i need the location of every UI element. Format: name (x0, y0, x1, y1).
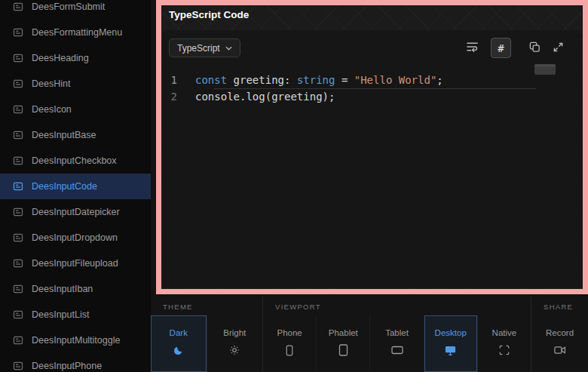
native-icon (499, 344, 510, 356)
component-icon (13, 130, 23, 140)
component-icon (13, 2, 23, 12)
code-editor-panel: TypeScript # 1 const greeting: string = … (162, 30, 582, 288)
sidebar-item-label: DeesInputPhone (32, 361, 102, 371)
sidebar-item[interactable]: DeesInputMultitoggle (0, 327, 151, 353)
code-token: ; (436, 74, 443, 86)
tablet-icon (391, 344, 403, 356)
sidebar-item-label: DeesInputMultitoggle (32, 335, 120, 346)
theme-dark-button[interactable]: Dark (151, 315, 207, 372)
sidebar-item[interactable]: DeesInputIban (0, 276, 151, 302)
toolbar-button-label: Record (546, 328, 574, 337)
sidebar-item[interactable]: DeesInputCheckbox (0, 148, 151, 174)
toolbar-button-label: Tablet (385, 328, 409, 337)
phablet-icon (338, 344, 348, 356)
sidebar-item[interactable]: DeesInputFileupload (0, 251, 151, 276)
preview-title: TypeScript Code (169, 9, 249, 20)
code-text: const greeting: string = "Hello World"; (195, 72, 443, 88)
record-icon (554, 344, 566, 356)
sidebar-item[interactable]: DeesInputDropdown (0, 225, 151, 251)
code-editor[interactable]: 1 const greeting: string = "Hello World"… (162, 72, 582, 105)
sidebar-item-label: DeesInputBase (32, 130, 96, 140)
toolbar-section-share: SHARE Record (531, 297, 588, 372)
sidebar-item[interactable]: DeesInputList (0, 302, 151, 327)
code-header-actions: # (466, 38, 564, 58)
bottom-toolbar: THEME Dark Bright VIEWPORT Phone (151, 297, 588, 372)
toolbar-button-label: Native (492, 328, 517, 337)
sidebar-item-dees-input-code[interactable]: DeesInputCode (0, 174, 151, 199)
sidebar-item-label: DeesInputDropdown (32, 232, 118, 243)
sun-icon (229, 344, 240, 356)
sidebar-item-label: DeesInputIban (32, 284, 93, 294)
word-wrap-button[interactable] (466, 41, 479, 55)
line-number: 2 (162, 88, 195, 105)
code-token: = (335, 74, 354, 86)
viewport-phablet-button[interactable]: Phablet (317, 315, 370, 372)
word-wrap-icon (466, 41, 479, 55)
component-icon (13, 53, 23, 63)
sidebar-item-label: DeesHeading (32, 53, 89, 63)
section-label-viewport: VIEWPORT (263, 297, 531, 315)
code-text: console.log(greeting); (195, 88, 335, 105)
fullscreen-button[interactable] (553, 42, 564, 55)
toolbar-button-label: Desktop (435, 328, 467, 337)
section-label-share: SHARE (531, 297, 588, 315)
preview-highlight-frame: TypeScript Code TypeScript # (156, 0, 588, 294)
component-icon (13, 309, 23, 320)
viewport-phone-button[interactable]: Phone (263, 315, 317, 372)
sidebar-item[interactable]: DeesHeading (0, 45, 151, 71)
language-selector[interactable]: TypeScript (169, 38, 240, 57)
line-number: 1 (162, 72, 195, 88)
sidebar-item-label: DeesInputFileupload (32, 258, 118, 269)
sidebar: DeesFormSubmit DeesFormattingMenu DeesHe… (0, 0, 151, 372)
active-line-underline (213, 88, 536, 89)
component-icon (13, 181, 23, 192)
theme-bright-button[interactable]: Bright (207, 315, 263, 372)
component-icon (13, 104, 23, 115)
desktop-icon (445, 344, 456, 356)
code-token: console.log(greeting); (195, 91, 335, 103)
share-buttons: Record (531, 315, 588, 372)
viewport-desktop-button[interactable]: Desktop (424, 315, 478, 372)
toolbar-button-label: Dark (170, 328, 188, 337)
sidebar-item[interactable]: DeesIcon (0, 97, 151, 122)
component-icon (13, 27, 23, 38)
component-icon (13, 155, 23, 166)
language-selector-label: TypeScript (177, 43, 220, 54)
viewport-native-button[interactable]: Native (478, 315, 531, 372)
copy-icon (529, 42, 541, 55)
toolbar-section-theme: THEME Dark Bright (151, 297, 262, 372)
sidebar-item[interactable]: DeesFormSubmit (0, 0, 151, 20)
viewport-tablet-button[interactable]: Tablet (370, 315, 424, 372)
code-line-2: 2 console.log(greeting); (162, 88, 582, 105)
code-token: greeting (227, 74, 284, 86)
sidebar-item[interactable]: DeesFormattingMenu (0, 20, 151, 45)
code-line-1: 1 const greeting: string = "Hello World"… (162, 72, 582, 88)
code-token: "Hello World" (354, 74, 437, 86)
component-icon (13, 335, 23, 346)
hash-icon: # (498, 42, 504, 54)
sidebar-item[interactable]: DeesInputPhone (0, 353, 151, 372)
sidebar-item[interactable]: DeesInputDatepicker (0, 199, 151, 225)
chevron-down-icon (225, 46, 232, 51)
code-scroll-indicator[interactable] (534, 64, 556, 75)
sidebar-item-label: DeesIcon (32, 104, 72, 115)
sidebar-item[interactable]: DeesInputBase (0, 122, 151, 148)
share-record-button[interactable]: Record (531, 315, 588, 372)
sidebar-item-label: DeesFormSubmit (32, 2, 105, 12)
sidebar-item-label: DeesFormattingMenu (32, 27, 122, 38)
viewport-buttons: Phone Phablet Tablet Desktop Native (263, 315, 531, 372)
sidebar-item-label: DeesInputDatepicker (32, 207, 120, 217)
sidebar-item-label: DeesInputCode (32, 181, 97, 192)
fullscreen-icon (553, 42, 564, 55)
component-icon (13, 78, 23, 89)
toolbar-button-label: Phone (277, 328, 302, 337)
sidebar-item[interactable]: DeesHint (0, 71, 151, 97)
component-icon (13, 258, 23, 269)
sidebar-item-label: DeesInputList (32, 309, 89, 320)
copy-button[interactable] (529, 42, 541, 55)
app-window: DeesFormSubmit DeesFormattingMenu DeesHe… (0, 0, 588, 372)
component-icon (13, 207, 23, 217)
line-numbers-toggle[interactable]: # (491, 38, 511, 58)
component-icon (13, 232, 23, 243)
sidebar-item-label: DeesInputCheckbox (32, 155, 117, 166)
